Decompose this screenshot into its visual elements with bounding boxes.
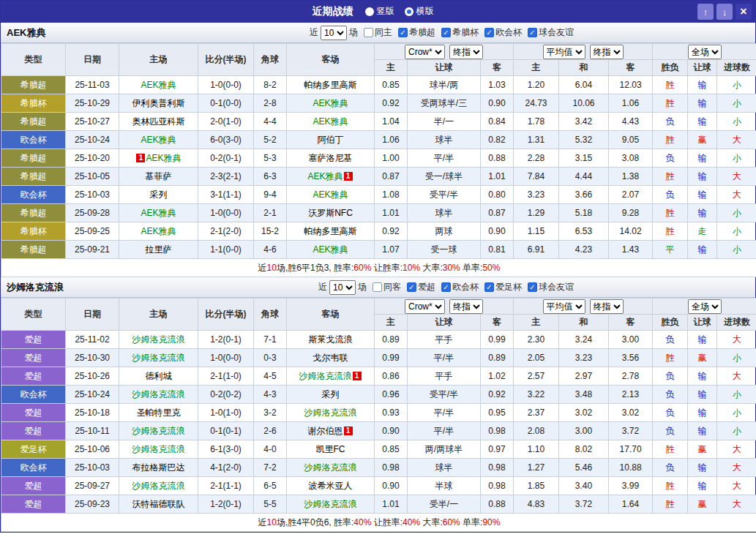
period-select[interactable]: 全场 [688, 299, 722, 314]
league-filter-checkbox[interactable]: ✓欧会杯 [441, 281, 479, 293]
euro-time-select[interactable]: 终指 [590, 45, 624, 59]
euro-time-select[interactable]: 终指 [590, 299, 624, 314]
checkbox-icon[interactable] [373, 282, 382, 292]
match-count-select[interactable]: 10 [321, 26, 347, 40]
team-link[interactable]: 帕纳多里高斯 [304, 226, 357, 236]
odds-away: 3.72 [609, 422, 653, 440]
match-count-select[interactable]: 10 [329, 280, 356, 295]
team-link[interactable]: 塞萨洛尼基 [309, 153, 353, 163]
league-filter-checkbox[interactable]: ✓欧会杯 [484, 26, 522, 39]
team-link[interactable]: 沙姆洛克流浪 [132, 353, 185, 363]
team-link[interactable]: 帕纳多里高斯 [304, 80, 357, 90]
team-link[interactable]: 基菲萨 [146, 171, 172, 181]
match-row: 希腊超25-10-27奥林匹亚科斯2-0(1-0)4-4AEK雅典1.04半/一… [1, 113, 756, 131]
team-link[interactable]: 沃罗斯NFC [308, 208, 353, 218]
close-icon: × [740, 5, 746, 18]
layout-radio[interactable]: 横版 [405, 5, 434, 18]
team-link[interactable]: 沙姆洛克流浪 [132, 426, 185, 436]
team-link[interactable]: AEK雅典 [141, 226, 176, 236]
result-goals: 大 [717, 331, 756, 349]
layout-radio[interactable]: 竖版 [365, 5, 394, 18]
checkbox-icon[interactable]: ✓ [484, 282, 494, 292]
period-select[interactable]: 全场 [688, 45, 722, 59]
handicap-time-select[interactable]: 终指 [449, 299, 483, 314]
team-link[interactable]: AEK雅典 [307, 171, 343, 181]
match-score: 6-0(3-0) [198, 131, 254, 149]
ah-away-odds: 0.89 [481, 349, 514, 367]
checkbox-icon[interactable]: ✓ [441, 282, 451, 292]
checkbox-icon[interactable]: ✓ [528, 28, 537, 37]
checkbox-icon[interactable]: ✓ [528, 282, 537, 292]
team-link[interactable]: 沙姆洛克流浪 [132, 444, 185, 454]
home-team: 沙姆洛克流浪 [119, 422, 198, 440]
average-select[interactable]: 平均值 [543, 299, 585, 314]
team-link[interactable]: AEK雅典 [141, 135, 176, 145]
team-link[interactable]: 沙姆洛克流浪 [132, 389, 185, 399]
team-link[interactable]: 沙姆洛克流浪 [299, 371, 352, 381]
league-filter-checkbox[interactable]: ✓爱足杯 [484, 281, 522, 293]
bookmaker-select[interactable]: Crow* [405, 299, 445, 314]
league-filter-checkbox[interactable]: ✓希腊杯 [441, 26, 479, 39]
team-link[interactable]: 圣帕特里克 [137, 408, 181, 418]
result-handicap: 输 [688, 477, 717, 495]
team-link[interactable]: 沙姆洛克流浪 [304, 499, 357, 509]
team-link[interactable]: 采列 [322, 389, 340, 399]
home-team: 沃特福德联队 [119, 495, 198, 514]
team-link[interactable]: 沙姆洛克流浪 [132, 334, 185, 345]
average-select[interactable]: 平均值 [543, 45, 585, 59]
team-link[interactable]: 沙姆洛克流浪 [132, 481, 185, 491]
odds-draw: 3.40 [559, 477, 609, 495]
team-link[interactable]: 拉里萨 [146, 244, 172, 255]
team-link[interactable]: AEK雅典 [141, 208, 176, 218]
league-filter-checkbox[interactable]: ✓球会友谊 [528, 281, 574, 293]
scroll-down-button[interactable]: ↓ [716, 4, 733, 20]
league-filter-checkbox[interactable]: ✓爱超 [407, 281, 435, 293]
team-link[interactable]: 凯里FC [316, 444, 345, 454]
handicap-time-select[interactable]: 终指 [449, 45, 483, 59]
league-filter-checkbox[interactable]: ✓希腊超 [398, 26, 435, 39]
checkbox-icon[interactable]: ✓ [484, 28, 494, 37]
team-link[interactable]: AEK雅典 [312, 244, 348, 255]
team-link[interactable]: 沙姆洛克流浪 [304, 462, 357, 473]
checkbox-icon[interactable]: ✓ [441, 28, 451, 37]
team-link[interactable]: AEK雅典 [312, 98, 348, 108]
odds-home: 2.28 [514, 149, 559, 168]
team-link[interactable]: 阿伯丁 [318, 135, 344, 145]
away-team: AEK雅典 [287, 94, 375, 113]
team-link[interactable]: 德利城 [146, 371, 172, 381]
team-link[interactable]: 伊利奥普利斯 [132, 98, 185, 108]
team-link[interactable]: AEK雅典 [141, 80, 176, 90]
team-link[interactable]: 谢尔伯恩 [308, 426, 343, 436]
checkbox-icon[interactable] [364, 28, 373, 37]
league-badge: 希腊超 [1, 76, 66, 94]
team-link[interactable]: 波希米亚人 [309, 481, 353, 491]
odds-draw: 3.72 [559, 495, 609, 514]
scroll-up-button[interactable]: ↑ [697, 4, 714, 20]
bookmaker-select[interactable]: Crow* [405, 45, 445, 59]
league-filter-checkbox[interactable]: 同主 [364, 26, 392, 39]
team-link[interactable]: 斯莱戈流浪 [309, 334, 353, 345]
ah-home-odds: 1.01 [375, 495, 408, 514]
league-filter-checkbox[interactable]: ✓球会友谊 [528, 26, 574, 39]
team-link[interactable]: 布拉格斯巴达 [132, 462, 185, 473]
team-link[interactable]: AEK雅典 [312, 189, 348, 200]
checkbox-label: 爱足杯 [495, 281, 522, 293]
column-header: 比分(半场) [198, 298, 254, 331]
league-filter-checkbox[interactable]: 同客 [373, 281, 401, 293]
checkbox-label: 欧会杯 [495, 26, 522, 39]
ah-away-odds: 0.97 [481, 440, 514, 459]
match-row: 爱超25-11-02沙姆洛克流浪1-2(0-1)7-1斯莱戈流浪0.89平手0.… [1, 331, 756, 349]
close-button[interactable]: × [736, 4, 752, 20]
team-link[interactable]: 戈尔韦联 [313, 353, 348, 363]
checkbox-icon[interactable]: ✓ [407, 282, 416, 292]
team-link[interactable]: 沃特福德联队 [132, 499, 185, 509]
checkbox-icon[interactable]: ✓ [398, 28, 408, 37]
team-link[interactable]: 奥林匹亚科斯 [132, 116, 185, 127]
home-team: 1AEK雅典 [119, 149, 198, 168]
team-link[interactable]: 沙姆洛克流浪 [304, 408, 357, 418]
team-link[interactable]: AEK雅典 [312, 116, 348, 127]
league-badge: 希腊超 [1, 204, 66, 222]
team-link[interactable]: 采列 [150, 189, 168, 200]
team-link[interactable]: AEK雅典 [146, 153, 181, 163]
match-score: 1-2(0-1) [198, 331, 254, 349]
